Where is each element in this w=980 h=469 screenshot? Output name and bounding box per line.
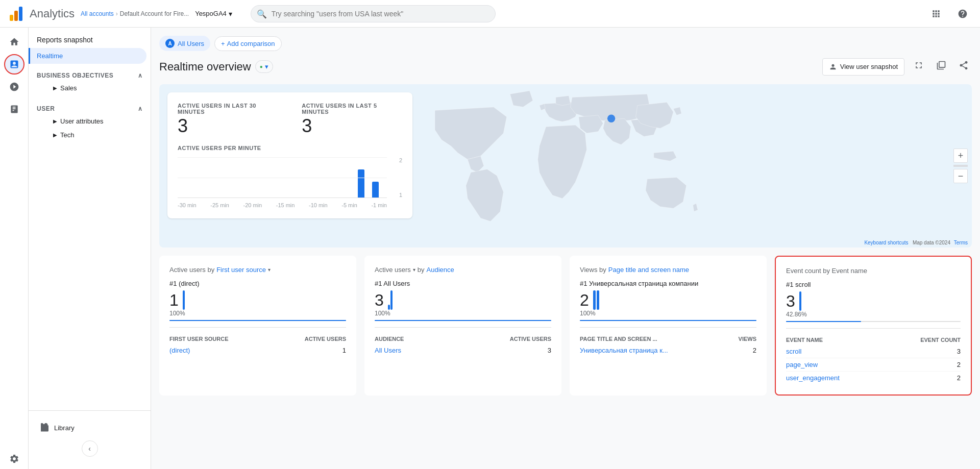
- breadcrumb-accounts[interactable]: All accounts: [81, 10, 114, 17]
- rail-explore-button[interactable]: [4, 77, 24, 97]
- add-comparison-button[interactable]: + Add comparison: [214, 36, 282, 51]
- status-dropdown-icon: ▾: [265, 63, 268, 70]
- metric-30min-label: ACTIVE USERS IN LAST 30 MINUTES: [178, 103, 281, 115]
- sales-label: Sales: [60, 84, 77, 92]
- card1-table-header: FIRST USER SOURCE ACTIVE USERS: [169, 334, 346, 344]
- card2-row-1: All Users 3: [375, 344, 551, 357]
- card4-table-header: EVENT NAME EVENT COUNT: [786, 335, 961, 345]
- sidebar-item-realtime[interactable]: Realtime: [29, 48, 146, 64]
- sidebar-item-sales[interactable]: ▶ Sales: [49, 81, 138, 95]
- card2-value-row: 3: [375, 289, 551, 310]
- card-first-user-source: Active users by First user source ▾ #1 (…: [159, 256, 356, 396]
- chevron-right-icon: ▶: [53, 85, 57, 91]
- zoom-separator: [953, 165, 968, 167]
- x-axis-labels: -30 min -25 min -20 min -15 min -10 min …: [178, 202, 387, 208]
- card-audience-title-arrow: ▾: [413, 267, 415, 273]
- sidebar-section-user-header[interactable]: User ∧: [37, 101, 142, 114]
- card3-rank: #1 Универсальная страница компании: [580, 280, 756, 287]
- card2-rank: #1 All Users: [375, 280, 551, 287]
- status-badge[interactable]: ● ▾: [255, 60, 273, 73]
- sidebar-realtime-label: Realtime: [37, 52, 63, 60]
- card2-col1: AUDIENCE: [375, 336, 404, 342]
- per-minute-chart: 2 1 -30 min -25 min -20 min -15 min -10 …: [178, 157, 402, 208]
- card-event-count-title: Event count by Event name: [786, 267, 867, 275]
- card4-spark: [799, 290, 801, 311]
- filter-bar: A All Users + Add comparison: [159, 36, 972, 51]
- card-audience-header: Active users ▾ by Audience: [375, 266, 551, 274]
- view-snapshot-label: View user snapshot: [840, 63, 898, 70]
- sidebar-section-business-header[interactable]: Business objectives ∧: [37, 68, 142, 81]
- card-first-user-source-title: Active users by: [169, 266, 214, 274]
- card3-row1-name[interactable]: Универсальная страница к...: [580, 347, 668, 354]
- account-name: Default Account for Fire...: [120, 10, 189, 17]
- card4-row3-val: 2: [957, 374, 961, 382]
- zoom-out-button[interactable]: −: [953, 169, 968, 183]
- card4-value: 3: [786, 292, 795, 311]
- bar-1min: [372, 182, 379, 198]
- collapse-icon: ‹: [88, 445, 91, 453]
- x-label-20: -20 min: [243, 202, 262, 208]
- terms-link[interactable]: Terms: [954, 240, 968, 245]
- help-button[interactable]: [953, 5, 972, 23]
- apps-button[interactable]: [927, 5, 945, 23]
- map-data-year: Map data ©2024: [913, 240, 950, 245]
- compare-button[interactable]: [933, 57, 949, 76]
- bar-5min: [358, 169, 364, 198]
- sidebar-item-tech[interactable]: ▶ Tech: [49, 128, 138, 142]
- keyboard-shortcuts-link[interactable]: Keyboard shortcuts: [864, 240, 908, 245]
- page-title: Realtime overview: [159, 60, 251, 73]
- tech-label: Tech: [60, 131, 74, 139]
- active-users-metrics: ACTIVE USERS IN LAST 30 MINUTES 3 ACTIVE…: [178, 103, 402, 137]
- search-input[interactable]: [251, 5, 496, 22]
- card4-col1: EVENT NAME: [786, 337, 823, 343]
- card-page-title-pre: Views by: [580, 266, 606, 274]
- sidebar-collapse-button[interactable]: ‹: [82, 440, 98, 457]
- card-page-title-link[interactable]: Page title and screen name: [608, 266, 689, 274]
- card2-progress-fill: [375, 320, 551, 321]
- card4-row-1: scroll 3: [786, 345, 961, 358]
- metric-30min: ACTIVE USERS IN LAST 30 MINUTES 3: [178, 103, 281, 137]
- page-title-area: Realtime overview ● ▾: [159, 60, 273, 73]
- property-name: YespoGA4: [195, 10, 227, 17]
- card1-col1: FIRST USER SOURCE: [169, 336, 229, 342]
- zoom-in-button[interactable]: +: [953, 149, 968, 163]
- card1-row1-name[interactable]: (direct): [169, 347, 190, 354]
- user-label: User: [37, 105, 55, 112]
- card4-col2: EVENT COUNT: [920, 337, 961, 343]
- expand-button[interactable]: [911, 57, 927, 76]
- card-audience-title-link[interactable]: Audience: [427, 266, 454, 274]
- property-selector[interactable]: YespoGA4 ▾: [195, 10, 232, 18]
- rail-home-button[interactable]: [4, 32, 24, 52]
- view-snapshot-button[interactable]: View user snapshot: [822, 58, 904, 76]
- metric-5min-label: ACTIVE USERS IN LAST 5 MINUTES: [302, 103, 402, 115]
- card4-divider: [786, 328, 961, 329]
- card4-row3-name[interactable]: user_engagement: [786, 374, 840, 382]
- rail-advertising-button[interactable]: [4, 99, 24, 119]
- card-first-user-source-link[interactable]: First user source: [216, 266, 266, 274]
- x-label-25: -25 min: [210, 202, 229, 208]
- sidebar-item-user-attributes[interactable]: ▶ User attributes: [49, 114, 138, 128]
- share-button[interactable]: [955, 57, 972, 76]
- card-event-count-header: Event count by Event name: [786, 267, 961, 275]
- card1-progress-fill: [169, 320, 346, 321]
- card-audience-title-post: by: [418, 266, 425, 274]
- sidebar-library-item[interactable]: Library: [37, 419, 142, 436]
- card1-value-row: 1: [169, 289, 346, 310]
- card4-row1-name[interactable]: scroll: [786, 348, 801, 355]
- card1-pct: 100%: [169, 310, 346, 317]
- card4-row2-name[interactable]: page_view: [786, 361, 818, 368]
- filter-chip-all-users[interactable]: A All Users: [159, 36, 210, 51]
- business-objectives-label: Business objectives: [37, 72, 113, 79]
- search-icon: 🔍: [257, 9, 267, 18]
- card2-value: 3: [375, 291, 384, 310]
- rail-reports-button[interactable]: [4, 54, 24, 75]
- card4-row1-val: 3: [957, 348, 961, 355]
- card4-row2-val: 2: [957, 361, 961, 368]
- status-dot: ●: [260, 64, 263, 69]
- card2-row1-name[interactable]: All Users: [375, 347, 401, 354]
- card4-progress-track: [786, 321, 961, 322]
- card-first-user-source-header: Active users by First user source ▾: [169, 266, 346, 274]
- rail-settings-button[interactable]: [4, 449, 24, 469]
- plus-icon: +: [221, 40, 225, 47]
- card-page-title: Views by Page title and screen name #1 У…: [570, 256, 767, 396]
